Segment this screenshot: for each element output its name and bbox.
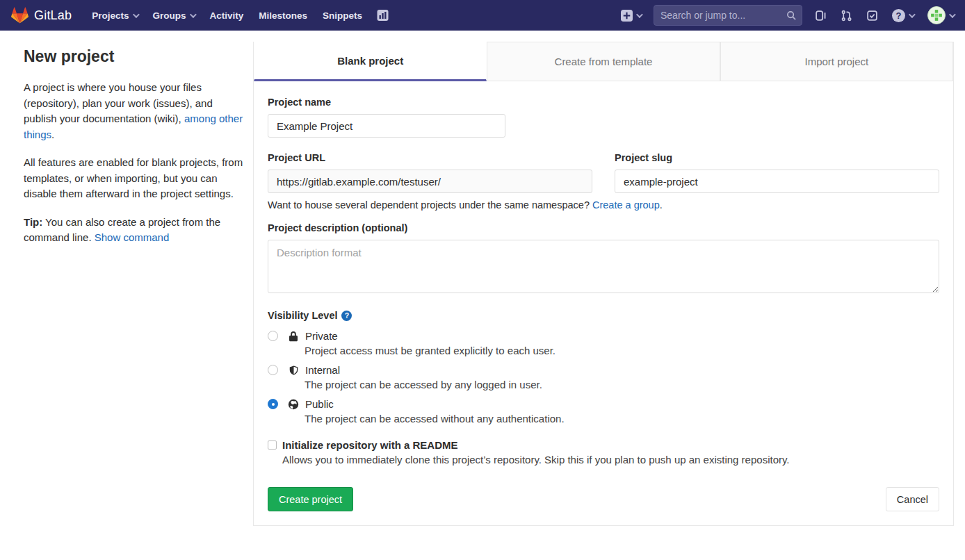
todos-button[interactable] <box>859 0 885 31</box>
nav-item-projects[interactable]: Projects <box>84 0 145 31</box>
nav-item-label: Activity <box>210 10 244 21</box>
nav-item-milestones[interactable]: Milestones <box>251 0 315 31</box>
shield-icon <box>288 365 299 376</box>
visibility-internal-radio-row[interactable]: Internal <box>268 364 939 376</box>
project-name-label: Project name <box>268 97 939 108</box>
tab-import-project[interactable]: Import project <box>720 42 953 81</box>
readme-checkbox-row[interactable]: Initialize repository with a README <box>268 439 939 451</box>
search-input[interactable] <box>660 10 786 21</box>
nav-item-activity[interactable]: Activity <box>202 0 252 31</box>
tab-blank-project[interactable]: Blank project <box>254 42 487 81</box>
new-project-sidebar: New project A project is where you house… <box>24 42 253 258</box>
cancel-button[interactable]: Cancel <box>886 487 939 511</box>
sidebar-tip: Tip: You can also create a project from … <box>24 215 246 246</box>
issues-icon <box>815 10 827 22</box>
avatar <box>927 6 946 24</box>
nav-item-label: Milestones <box>259 10 307 21</box>
help-menu-button[interactable]: ? <box>885 0 921 31</box>
issues-button[interactable] <box>808 0 834 31</box>
visibility-option-public: Public The project can be accessed witho… <box>268 398 939 425</box>
create-a-group-link[interactable]: Create a group <box>592 199 660 211</box>
project-slug-input[interactable] <box>615 170 939 193</box>
hint-text: Want to house several dependent projects… <box>268 199 592 211</box>
navbar-right: ? <box>614 0 954 31</box>
lock-icon <box>288 331 299 342</box>
sidebar-paragraph-1: A project is where you house your files … <box>24 80 246 142</box>
visibility-private-radio-row[interactable]: Private <box>268 330 939 342</box>
nav-item-label: Projects <box>92 10 129 21</box>
create-project-button[interactable]: Create project <box>268 487 353 511</box>
radio-public[interactable] <box>268 399 278 409</box>
search-icon <box>786 10 797 21</box>
chart-icon <box>377 10 389 21</box>
project-url-namespace-select[interactable] <box>268 170 592 193</box>
readme-section: Initialize repository with a README Allo… <box>268 439 939 466</box>
global-search[interactable] <box>654 5 802 26</box>
visibility-option-internal: Internal The project can be accessed by … <box>268 364 939 390</box>
visibility-help-icon[interactable]: ? <box>341 311 352 321</box>
readme-label: Initialize repository with a README <box>282 439 458 451</box>
visibility-option-name: Internal <box>305 364 340 376</box>
tab-create-from-template[interactable]: Create from template <box>487 42 720 81</box>
namespace-hint: Want to house several dependent projects… <box>268 199 939 211</box>
nav-item-label: Groups <box>153 10 186 21</box>
help-icon: ? <box>892 9 905 22</box>
visibility-level-label: Visibility Level <box>268 310 337 321</box>
plus-icon <box>621 10 633 22</box>
url-slug-row: Project URL Project slug <box>268 152 939 193</box>
visibility-option-private: Private Project access must be granted e… <box>268 330 939 356</box>
page-content: New project A project is where you house… <box>0 31 965 526</box>
sidebar-paragraph-2: All features are enabled for blank proje… <box>24 155 246 202</box>
nav-item-snippets[interactable]: Snippets <box>315 0 370 31</box>
visibility-option-desc: The project can be accessed by any logge… <box>305 379 939 390</box>
brand-name: GitLab <box>34 8 72 23</box>
todo-check-icon <box>866 10 878 22</box>
project-url-label: Project URL <box>268 152 592 163</box>
merge-request-icon <box>841 10 852 22</box>
user-menu-button[interactable] <box>921 0 954 31</box>
project-description-label: Project description (optional) <box>268 222 939 233</box>
tip-label: Tip: <box>24 216 42 228</box>
globe-icon <box>288 399 299 410</box>
nav-item-label: Snippets <box>323 10 362 21</box>
project-slug-group: Project slug <box>615 152 939 193</box>
visibility-option-desc: The project can be accessed without any … <box>305 413 939 425</box>
nav-item-groups[interactable]: Groups <box>145 0 202 31</box>
readme-desc: Allows you to immediately clone this pro… <box>282 454 939 466</box>
chevron-down-icon <box>949 11 956 18</box>
visibility-public-radio-row[interactable]: Public <box>268 398 939 410</box>
chevron-down-icon <box>909 11 916 18</box>
instance-statistics-button[interactable] <box>370 0 396 31</box>
page-title: New project <box>24 47 246 66</box>
radio-internal[interactable] <box>268 365 278 375</box>
navbar-left: GitLab Projects Groups Activity Mileston… <box>11 0 396 31</box>
visibility-option-desc: Project access must be granted explicitl… <box>305 345 939 356</box>
gitlab-tanuki-logo-icon <box>11 7 29 24</box>
hint-suffix: . <box>660 199 663 211</box>
new-project-panel: Blank project Create from template Impor… <box>253 42 954 526</box>
project-url-group: Project URL <box>268 152 592 193</box>
chevron-down-icon <box>132 11 139 18</box>
chevron-down-icon <box>636 11 643 18</box>
project-slug-label: Project slug <box>615 152 939 163</box>
show-command-link[interactable]: Show command <box>95 231 170 243</box>
chevron-down-icon <box>189 11 196 18</box>
gitlab-home-link[interactable]: GitLab <box>11 7 72 24</box>
top-navbar: GitLab Projects Groups Activity Mileston… <box>0 0 965 31</box>
paragraph-text: . <box>51 129 54 140</box>
new-menu-button[interactable] <box>614 0 648 31</box>
visibility-option-name: Private <box>305 330 338 342</box>
merge-requests-button[interactable] <box>834 0 859 31</box>
blank-project-form: Project name Project URL Project slug Wa… <box>254 81 953 525</box>
project-description-textarea[interactable] <box>268 240 939 293</box>
project-type-tabs: Blank project Create from template Impor… <box>254 42 953 81</box>
readme-checkbox[interactable] <box>268 440 277 450</box>
visibility-option-name: Public <box>305 398 334 410</box>
radio-private[interactable] <box>268 331 278 341</box>
project-name-input[interactable] <box>268 114 505 138</box>
form-actions: Create project Cancel <box>268 487 939 511</box>
visibility-level-header: Visibility Level ? <box>268 310 939 321</box>
